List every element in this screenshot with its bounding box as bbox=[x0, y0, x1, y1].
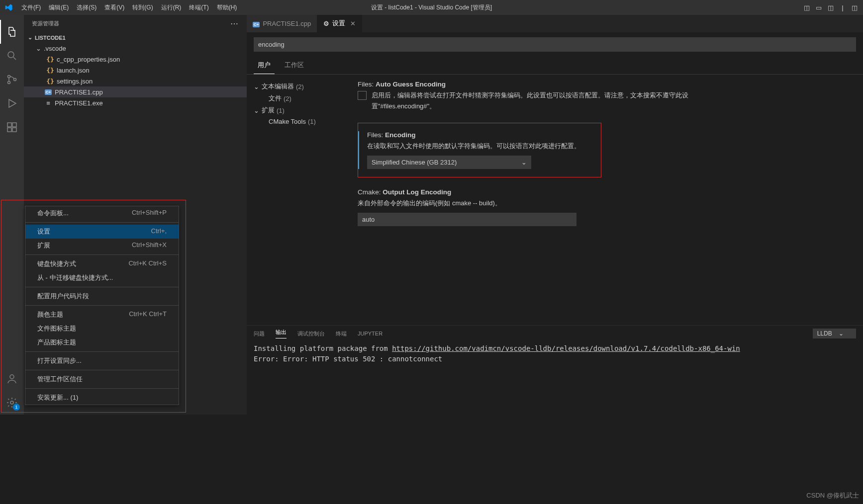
svg-rect-6 bbox=[12, 128, 16, 132]
svg-point-8 bbox=[10, 375, 14, 379]
context-menu-item[interactable]: 键盘快捷方式Ctrl+K Ctrl+S bbox=[25, 257, 179, 271]
project-header[interactable]: ⌄ LISTCODE1 bbox=[24, 32, 247, 43]
setting-files-encoding: Files: Encoding 在读取和写入文件时使用的默认字符集编码。可以按语… bbox=[358, 131, 601, 169]
scope-tabs: 用户 工作区 bbox=[247, 57, 863, 75]
setting-category: Cmake: bbox=[358, 188, 383, 196]
menu-item[interactable]: 文件(F) bbox=[17, 0, 45, 15]
menu-item[interactable]: 运行(R) bbox=[157, 0, 186, 15]
panel-tabs: 问题 输出 调试控制台 终端 JUPYTER LLDB ⌄ bbox=[247, 326, 863, 341]
sidebar-header: 资源管理器 ⋯ bbox=[24, 15, 247, 32]
context-menu-item[interactable]: 配置用户代码片段 bbox=[25, 289, 179, 303]
toc-extensions[interactable]: ⌄扩展(1) bbox=[254, 104, 344, 116]
panel-jupyter[interactable]: JUPYTER bbox=[358, 331, 383, 336]
shortcut: Ctrl+K Ctrl+T bbox=[129, 310, 167, 319]
panel-left-icon[interactable]: ◫ bbox=[801, 4, 813, 11]
menu-label: 颜色主题 bbox=[37, 310, 63, 319]
file-tree: ⌄.vscode {}c_cpp_properties.json {}launc… bbox=[24, 43, 247, 108]
tab-label: 设置 bbox=[332, 19, 345, 28]
menu-separator bbox=[25, 370, 179, 370]
search-icon[interactable] bbox=[0, 44, 24, 68]
panel-terminal[interactable]: 终端 bbox=[336, 330, 347, 337]
debug-icon[interactable] bbox=[0, 91, 24, 115]
file-practise-exe[interactable]: ≡PRACTISE1.exe bbox=[24, 97, 247, 108]
menu-separator bbox=[25, 222, 179, 223]
titlebar: 文件(F)编辑(E)选择(S)查看(V)转到(G)运行(R)终端(T)帮助(H)… bbox=[0, 0, 863, 15]
layout-icon[interactable]: ◫ bbox=[849, 4, 861, 11]
context-menu-item[interactable]: 设置Ctrl+, bbox=[25, 225, 179, 239]
select-value: Simplified Chinese (GB 2312) bbox=[372, 159, 457, 166]
output-channel-select[interactable]: LLDB ⌄ bbox=[813, 329, 856, 338]
menu-item[interactable]: 查看(V) bbox=[100, 0, 128, 15]
file-label: PRACTISE1.cpp bbox=[55, 88, 103, 96]
toc-text-editor[interactable]: ⌄文本编辑器(2) bbox=[254, 81, 344, 92]
menu-label: 安装更新... (1) bbox=[37, 393, 78, 402]
output-content[interactable]: Installing platform package from https:/… bbox=[247, 341, 863, 415]
context-menu-item[interactable]: 扩展Ctrl+Shift+X bbox=[25, 239, 179, 252]
tab-label: PRACTISE1.cpp bbox=[263, 20, 311, 27]
encoding-select[interactable]: Simplified Chinese (GB 2312)⌄ bbox=[367, 156, 531, 169]
context-menu-item[interactable]: 颜色主题Ctrl+K Ctrl+T bbox=[25, 308, 179, 322]
sidebar-title: 资源管理器 bbox=[32, 20, 59, 27]
file-practise-cpp[interactable]: C+PRACTISE1.cpp bbox=[24, 86, 247, 97]
extensions-icon[interactable] bbox=[0, 115, 24, 139]
menu-item[interactable]: 帮助(H) bbox=[213, 0, 241, 15]
file-cprops[interactable]: {}c_cpp_properties.json bbox=[24, 54, 247, 65]
context-menu-item[interactable]: 从 - 中迁移键盘快捷方式... bbox=[25, 271, 179, 285]
context-menu-item[interactable]: 文件图标主题 bbox=[25, 322, 179, 336]
close-icon[interactable]: ✕ bbox=[350, 20, 356, 27]
file-label: settings.json bbox=[57, 78, 93, 85]
account-icon[interactable] bbox=[0, 367, 24, 391]
update-badge: 1 bbox=[13, 404, 20, 411]
output-link[interactable]: https://github.com/vadimcn/vscode-lldb/r… bbox=[392, 344, 740, 352]
cpp-icon: C+ bbox=[253, 20, 260, 27]
chevron-down-icon: ⌄ bbox=[36, 45, 44, 52]
panel-bottom-icon[interactable]: ▭ bbox=[813, 4, 825, 11]
menu-item[interactable]: 选择(S) bbox=[73, 0, 100, 15]
json-icon: {} bbox=[46, 67, 55, 74]
scope-user[interactable]: 用户 bbox=[254, 57, 275, 74]
svg-point-9 bbox=[10, 401, 13, 404]
setting-category: Files: bbox=[367, 131, 385, 139]
folder-label: .vscode bbox=[44, 45, 66, 52]
menu-item[interactable]: 终端(T) bbox=[185, 0, 212, 15]
cpp-icon: C+ bbox=[44, 89, 53, 95]
context-menu-item[interactable]: 安装更新... (1) bbox=[25, 391, 179, 405]
setting-cmake-output-encoding: Cmake: Output Log Encoding 来自外部命令的输出的编码(… bbox=[358, 188, 721, 226]
menu-label: 产品图标主题 bbox=[37, 338, 76, 347]
menu-label: 打开设置同步... bbox=[37, 356, 82, 365]
menu-separator bbox=[25, 254, 179, 255]
menu-item[interactable]: 编辑(E) bbox=[45, 0, 73, 15]
exe-icon: ≡ bbox=[44, 99, 53, 107]
tab-settings[interactable]: ⚙设置✕ bbox=[317, 15, 362, 32]
source-control-icon[interactable] bbox=[0, 68, 24, 91]
panel-right-icon[interactable]: ◫ bbox=[825, 4, 837, 11]
folder-vscode[interactable]: ⌄.vscode bbox=[24, 43, 247, 54]
settings-search-input[interactable] bbox=[254, 37, 856, 52]
scope-workspace[interactable]: 工作区 bbox=[281, 57, 308, 74]
checkbox-auto-guess[interactable] bbox=[358, 91, 367, 100]
more-icon[interactable]: ⋯ bbox=[230, 19, 239, 28]
file-launch[interactable]: {}launch.json bbox=[24, 65, 247, 76]
menu-label: 管理工作区信任 bbox=[37, 375, 83, 384]
chevron-down-icon: ⌄ bbox=[254, 83, 262, 90]
file-label: launch.json bbox=[57, 67, 90, 74]
editor-tabs: C+PRACTISE1.cpp ⚙设置✕ bbox=[247, 15, 863, 32]
context-menu-item[interactable]: 产品图标主题 bbox=[25, 336, 179, 349]
file-settings[interactable]: {}settings.json bbox=[24, 76, 247, 86]
cmake-encoding-input[interactable] bbox=[358, 213, 576, 226]
toc-cmake[interactable]: CMake Tools(1) bbox=[254, 116, 344, 127]
menu-item[interactable]: 转到(G) bbox=[128, 0, 157, 15]
panel-problems[interactable]: 问题 bbox=[254, 330, 265, 337]
settings-toc: ⌄文本编辑器(2) 文件(2) ⌄扩展(1) CMake Tools(1) bbox=[247, 75, 344, 325]
menu-separator bbox=[25, 351, 179, 352]
gear-icon[interactable]: 1 bbox=[0, 391, 24, 415]
panel-debug[interactable]: 调试控制台 bbox=[297, 330, 325, 337]
toc-files[interactable]: 文件(2) bbox=[254, 92, 344, 104]
context-menu-item[interactable]: 打开设置同步... bbox=[25, 354, 179, 368]
explorer-icon[interactable] bbox=[0, 20, 24, 44]
panel-output[interactable]: 输出 bbox=[276, 329, 287, 338]
context-menu-item[interactable]: 命令面板...Ctrl+Shift+P bbox=[25, 206, 179, 220]
gear-icon: ⚙ bbox=[323, 20, 329, 27]
context-menu-item[interactable]: 管理工作区信任 bbox=[25, 372, 179, 386]
tab-practise[interactable]: C+PRACTISE1.cpp bbox=[247, 15, 317, 32]
